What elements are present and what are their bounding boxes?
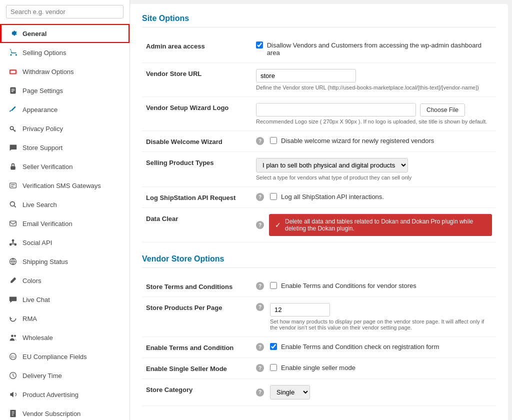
enable-single-seller-field: ? Enable single seller mode bbox=[256, 364, 492, 372]
enable-single-seller-checkbox[interactable] bbox=[270, 364, 277, 371]
disable-welcome-wizard-desc: Disable welcome wizard for newly registe… bbox=[281, 137, 434, 144]
store-products-per-page-row: Store Products Per Page ? Set how many p… bbox=[142, 297, 496, 337]
sidebar-item-seller-verification[interactable]: Seller Verification bbox=[0, 157, 130, 176]
admin-area-access-checkbox[interactable] bbox=[256, 42, 263, 48]
enable-terms-condition-help[interactable]: ? bbox=[256, 343, 264, 351]
disable-welcome-wizard-row: Disable Welcome Wizard ? Disable welcome… bbox=[142, 131, 496, 152]
enable-terms-condition-checkbox[interactable] bbox=[270, 343, 277, 350]
sidebar-item-social-api[interactable]: Social API bbox=[0, 233, 130, 252]
disable-welcome-wizard-help[interactable]: ? bbox=[256, 137, 264, 145]
site-options-table: Admin area access Disallow Vendors and C… bbox=[142, 36, 496, 242]
sidebar-item-withdraw-options[interactable]: Withdraw Options bbox=[0, 62, 130, 81]
sidebar-item-store-support[interactable]: Store Support bbox=[0, 138, 130, 157]
sidebar-item-shipping-status[interactable]: Shipping Status bbox=[0, 252, 130, 271]
sidebar-item-eu-compliance[interactable]: EU EU Compliance Fields bbox=[0, 347, 130, 366]
sidebar-item-label: Store Support bbox=[22, 144, 62, 152]
sidebar-item-live-search[interactable]: Live Search bbox=[0, 195, 130, 214]
sidebar-item-label: Page Settings bbox=[22, 87, 63, 94]
email-icon bbox=[8, 219, 18, 228]
refresh-icon bbox=[8, 314, 18, 323]
log-shipstation-checkbox[interactable] bbox=[270, 193, 277, 200]
enable-single-seller-label: Enable Single Seller Mode bbox=[146, 365, 227, 372]
choose-file-button[interactable]: Choose File bbox=[420, 104, 465, 116]
admin-area-access-desc: Disallow Vendors and Customers from acce… bbox=[267, 42, 492, 56]
brush-icon bbox=[8, 105, 18, 114]
sidebar-item-appearance[interactable]: Appearance bbox=[0, 100, 130, 119]
store-terms-help[interactable]: ? bbox=[256, 282, 264, 290]
enable-terms-condition-field: ? Enable Terms and Condition check on re… bbox=[256, 343, 492, 351]
vendor-store-url-input[interactable] bbox=[256, 69, 356, 82]
log-shipstation-field: ? Log all ShipStation API interactions. bbox=[256, 193, 492, 201]
sidebar-item-label: General bbox=[22, 30, 46, 38]
data-clear-error-text: Delete all data and tables related to Do… bbox=[285, 218, 486, 232]
vendor-setup-logo-input[interactable] bbox=[256, 103, 416, 116]
social-icon bbox=[8, 238, 18, 247]
svg-rect-5 bbox=[12, 92, 14, 92]
vendor-store-url-row: Vendor Store URL Define the Vendor store… bbox=[142, 63, 496, 97]
store-products-per-page-desc: Set how many products to display per pag… bbox=[270, 318, 492, 330]
store-products-per-page-help[interactable]: ? bbox=[256, 303, 264, 311]
site-options-title: Site Options bbox=[142, 14, 496, 28]
data-clear-row: Data Clear ? ✓ Delete all data and table… bbox=[142, 208, 496, 242]
sidebar-item-label: Live Search bbox=[22, 201, 57, 208]
admin-area-access-field: Disallow Vendors and Customers from acce… bbox=[256, 42, 492, 56]
sidebar-item-product-advertising[interactable]: Product Advertising bbox=[0, 385, 130, 404]
vendor-store-options-title: Vendor Store Options bbox=[142, 254, 496, 268]
vendor-store-url-desc: Define the Vendor store URL (http://used… bbox=[256, 84, 492, 90]
svg-point-15 bbox=[11, 334, 14, 337]
sidebar-item-general[interactable]: General bbox=[0, 24, 130, 43]
money-icon bbox=[8, 67, 18, 76]
store-category-row: Store Category ? Single bbox=[142, 379, 496, 406]
admin-area-access-label: Admin area access bbox=[146, 42, 205, 50]
disable-welcome-wizard-checkbox[interactable] bbox=[270, 137, 277, 144]
svg-point-9 bbox=[10, 202, 14, 206]
store-category-help[interactable]: ? bbox=[256, 388, 264, 396]
sidebar-item-page-settings[interactable]: Page Settings bbox=[0, 81, 130, 100]
data-clear-help[interactable]: ? bbox=[256, 221, 264, 229]
enable-single-seller-row: Enable Single Seller Mode ? Enable singl… bbox=[142, 358, 496, 379]
sidebar-item-colors[interactable]: Colors bbox=[0, 271, 130, 290]
store-products-per-page-input[interactable] bbox=[270, 303, 330, 316]
selling-product-types-select[interactable]: I plan to sell both physical and digital… bbox=[256, 158, 408, 172]
sidebar-item-vendor-subscription[interactable]: Vendor Subscription bbox=[0, 404, 130, 420]
sidebar: General Selling Options Withdraw Options… bbox=[0, 0, 130, 420]
sidebar-item-privacy-policy[interactable]: Privacy Policy bbox=[0, 119, 130, 138]
pen-icon bbox=[8, 276, 18, 285]
sidebar-item-delivery-time[interactable]: Delivery Time bbox=[0, 366, 130, 385]
svg-rect-1 bbox=[10, 70, 16, 73]
svg-point-16 bbox=[14, 335, 16, 337]
store-terms-field: ? Enable Terms and Conditions for vendor… bbox=[256, 282, 492, 290]
search-icon bbox=[8, 200, 18, 209]
selling-product-types-desc: Select a type for vendors what type of p… bbox=[256, 174, 492, 180]
enable-single-seller-help[interactable]: ? bbox=[256, 364, 264, 372]
store-terms-checkbox[interactable] bbox=[270, 282, 277, 289]
page-icon bbox=[8, 86, 18, 95]
svg-point-6 bbox=[10, 126, 13, 130]
sidebar-item-selling-options[interactable]: Selling Options bbox=[0, 43, 130, 62]
data-clear-label: Data Clear bbox=[146, 215, 178, 222]
svg-text:EU: EU bbox=[11, 355, 16, 358]
vendor-store-options-table: Store Terms and Conditions ? Enable Term… bbox=[142, 276, 496, 406]
enable-terms-condition-desc: Enable Terms and Condition check on regi… bbox=[281, 343, 439, 350]
enable-single-seller-desc: Enable single seller mode bbox=[281, 364, 356, 372]
vendor-setup-logo-row: Vendor Setup Wizard Logo Choose File Rec… bbox=[142, 97, 496, 131]
sidebar-item-live-chat[interactable]: Live Chat bbox=[0, 290, 130, 309]
lock-icon bbox=[8, 162, 18, 171]
sidebar-search-input[interactable] bbox=[6, 5, 124, 18]
vendor-store-url-label: Vendor Store URL bbox=[146, 70, 202, 78]
store-terms-row: Store Terms and Conditions ? Enable Term… bbox=[142, 276, 496, 297]
key-icon bbox=[8, 124, 18, 133]
sidebar-item-rma[interactable]: RMA bbox=[0, 309, 130, 328]
sidebar-search-wrap bbox=[0, 0, 130, 24]
sidebar-item-verification-sms[interactable]: Verification SMS Gateways bbox=[0, 176, 130, 195]
svg-rect-8 bbox=[10, 183, 16, 188]
sidebar-item-wholesale[interactable]: Wholesale bbox=[0, 328, 130, 347]
log-shipstation-desc: Log all ShipStation API interactions. bbox=[281, 193, 384, 200]
log-shipstation-help[interactable]: ? bbox=[256, 193, 264, 201]
chat-icon bbox=[8, 143, 18, 152]
sidebar-item-email-verification[interactable]: Email Verification bbox=[0, 214, 130, 233]
sidebar-item-label: RMA bbox=[22, 315, 37, 322]
receipt-icon bbox=[8, 409, 18, 418]
store-category-select[interactable]: Single bbox=[270, 385, 310, 400]
sidebar-item-label: Seller Verification bbox=[22, 163, 72, 170]
